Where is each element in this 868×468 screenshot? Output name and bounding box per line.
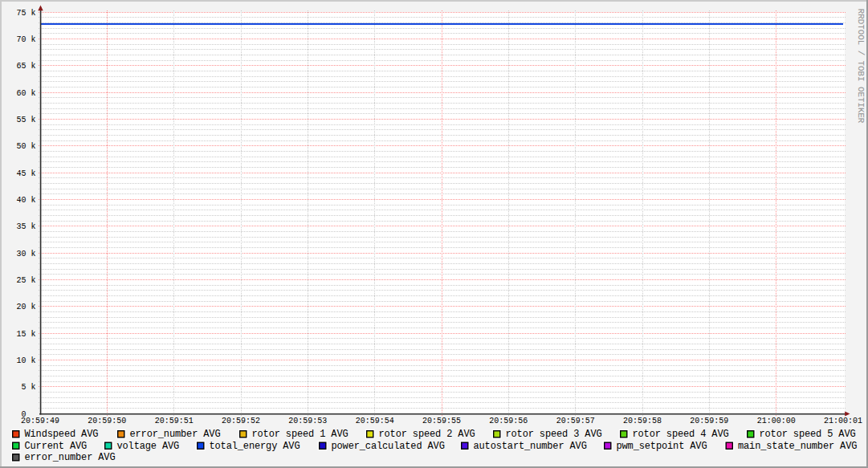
- svg-text:rotor speed 4 AVG: rotor speed 4 AVG: [633, 429, 729, 440]
- svg-text:35 k: 35 k: [16, 222, 35, 231]
- svg-text:RRDTOOL / TOBI OETIKER: RRDTOOL / TOBI OETIKER: [856, 9, 866, 124]
- svg-text:20:59:51: 20:59:51: [155, 417, 194, 425]
- svg-text:75 k: 75 k: [16, 9, 35, 18]
- svg-text:20:59:58: 20:59:58: [623, 417, 662, 425]
- svg-text:voltage AVG: voltage AVG: [117, 441, 180, 452]
- svg-text:50 k: 50 k: [16, 142, 35, 151]
- svg-text:30 k: 30 k: [16, 250, 35, 258]
- svg-text:20:59:57: 20:59:57: [556, 417, 595, 425]
- svg-text:20:59:56: 20:59:56: [489, 417, 528, 425]
- svg-text:20:59:54: 20:59:54: [356, 417, 394, 425]
- svg-text:60 k: 60 k: [16, 89, 35, 98]
- svg-text:45 k: 45 k: [16, 169, 35, 178]
- svg-text:5 k: 5 k: [21, 383, 35, 392]
- svg-text:rotor speed 2 AVG: rotor speed 2 AVG: [379, 429, 475, 440]
- svg-text:pwm_setpoint AVG: pwm_setpoint AVG: [617, 441, 707, 452]
- svg-text:20:59:59: 20:59:59: [690, 417, 728, 425]
- svg-text:20:59:49: 20:59:49: [21, 417, 59, 425]
- svg-text:error_number AVG: error_number AVG: [130, 429, 221, 440]
- svg-text:55 k: 55 k: [16, 116, 35, 124]
- svg-text:25 k: 25 k: [16, 276, 35, 285]
- svg-text:40 k: 40 k: [16, 196, 35, 205]
- svg-text:20:59:55: 20:59:55: [422, 417, 461, 425]
- svg-text:rotor speed 3 AVG: rotor speed 3 AVG: [506, 429, 602, 440]
- svg-text:21:00:01: 21:00:01: [824, 417, 862, 425]
- svg-text:power_calculated AVG: power_calculated AVG: [332, 441, 445, 452]
- svg-text:Current AVG: Current AVG: [25, 441, 88, 452]
- svg-text:15 k: 15 k: [16, 330, 35, 339]
- svg-text:rotor speed 5 AVG: rotor speed 5 AVG: [760, 429, 856, 440]
- svg-text:65 k: 65 k: [16, 62, 35, 71]
- svg-text:20:59:52: 20:59:52: [222, 417, 260, 425]
- svg-text:Windspeed AVG: Windspeed AVG: [25, 429, 99, 440]
- svg-text:21:00:00: 21:00:00: [757, 417, 796, 425]
- svg-text:autostart_number AVG: autostart_number AVG: [474, 441, 587, 452]
- svg-text:10 k: 10 k: [16, 356, 35, 365]
- svg-text:error_number AVG: error_number AVG: [25, 452, 116, 463]
- svg-text:20:59:50: 20:59:50: [88, 417, 126, 425]
- svg-text:20:59:53: 20:59:53: [288, 417, 327, 425]
- svg-text:total_energy AVG: total_energy AVG: [210, 441, 300, 452]
- svg-text:rotor speed 1 AVG: rotor speed 1 AVG: [252, 429, 348, 440]
- svg-text:20 k: 20 k: [16, 303, 35, 311]
- svg-text:main_state_number AVG: main_state_number AVG: [738, 441, 857, 452]
- svg-text:70 k: 70 k: [16, 35, 35, 44]
